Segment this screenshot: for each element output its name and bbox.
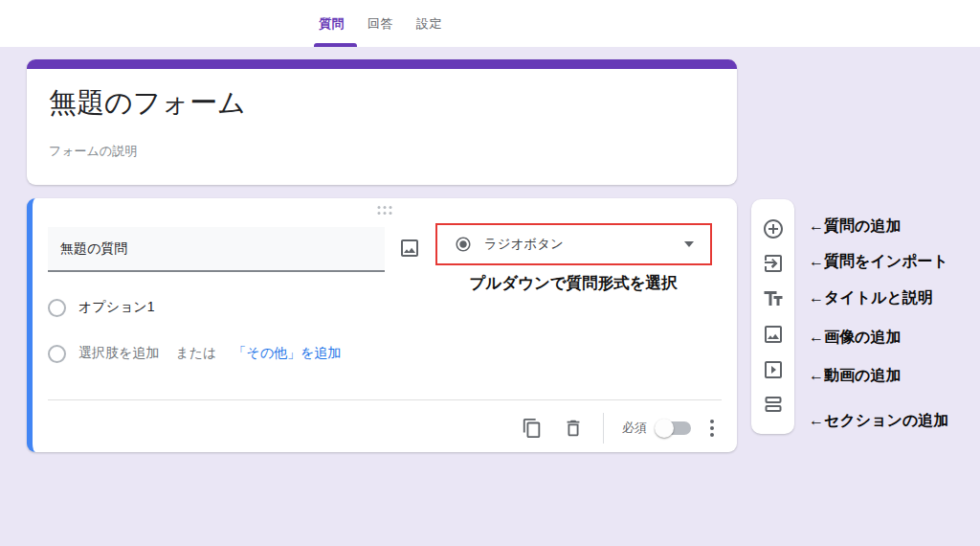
annotation-red-box: ラジオボタン (435, 223, 712, 265)
add-section-icon[interactable] (762, 393, 785, 416)
option-label[interactable]: オプション1 (78, 299, 154, 316)
option-row: オプション1 (48, 296, 154, 319)
required-toggle[interactable] (657, 421, 691, 435)
question-footer-toolbar: 必須 (522, 407, 716, 449)
question-title-input[interactable]: 無題の質問 (48, 227, 385, 272)
tab-settings[interactable]: 設定 (416, 15, 442, 33)
import-questions-icon[interactable] (762, 252, 785, 275)
annotation-add-image: ←画像の追加 (809, 328, 901, 348)
toggle-knob (655, 419, 674, 438)
radio-option-icon (48, 299, 66, 317)
dropdown-annotation-text: プルダウンで質問形式を選択 (430, 273, 717, 294)
annotation-import-questions: ←質問をインポート (809, 252, 948, 272)
add-question-icon[interactable] (762, 217, 785, 240)
annotation-add-title: ←タイトルと説明 (809, 288, 933, 308)
add-title-description-icon[interactable] (762, 287, 785, 310)
tab-questions[interactable]: 質問 (319, 15, 345, 33)
more-options-icon[interactable] (708, 418, 716, 439)
side-toolbar (751, 199, 794, 434)
question-type-dropdown[interactable]: ラジオボタン (437, 225, 710, 263)
add-other-option-link[interactable]: 「その他」を追加 (233, 345, 341, 362)
form-theme-bar (27, 59, 737, 69)
tab-responses[interactable]: 回答 (368, 15, 393, 33)
dropdown-caret-icon (684, 241, 694, 247)
radio-placeholder-icon (48, 345, 66, 363)
or-label: または (175, 345, 216, 362)
radio-button-type-icon (455, 236, 472, 253)
add-video-icon[interactable] (762, 358, 785, 381)
google-forms-editor: 質問 回答 設定 無題のフォーム フォームの説明 無題の質問 ラジオボタン (0, 0, 980, 546)
required-label: 必須 (622, 420, 647, 437)
annotation-add-section: ←セクションの追加 (809, 411, 948, 431)
add-option-row: 選択肢を追加 または 「その他」を追加 (48, 342, 341, 365)
form-title-card: 無題のフォーム フォームの説明 (27, 59, 737, 185)
top-header: 質問 回答 設定 (0, 0, 980, 47)
add-option-button[interactable]: 選択肢を追加 (78, 345, 159, 362)
form-title-input[interactable]: 無題のフォーム (49, 84, 737, 121)
annotation-add-video: ←動画の追加 (809, 366, 901, 386)
add-image-icon[interactable] (762, 323, 785, 346)
footer-divider (48, 399, 722, 400)
question-type-label: ラジオボタン (484, 236, 564, 253)
duplicate-question-icon[interactable] (522, 418, 543, 439)
tab-bar: 質問 回答 設定 (319, 0, 442, 47)
question-card: 無題の質問 ラジオボタン プルダウンで質問形式を選択 オプション1 選択肢を追加… (27, 198, 737, 452)
add-image-to-question-icon[interactable] (398, 237, 421, 260)
active-tab-indicator (314, 43, 357, 47)
annotation-add-question: ←質問の追加 (809, 216, 901, 237)
footer-separator (603, 413, 604, 444)
delete-question-icon[interactable] (563, 418, 584, 439)
form-description-input[interactable]: フォームの説明 (49, 143, 737, 160)
drag-handle-icon[interactable] (378, 206, 392, 215)
